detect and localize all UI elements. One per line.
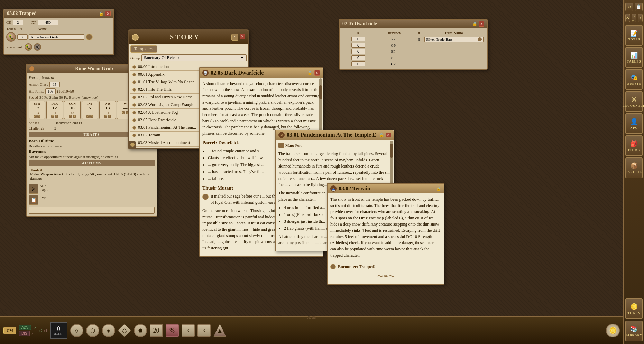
sidebar-items[interactable]: 🎒 ITEMS xyxy=(625,135,643,156)
creature-panel: 03.02 Trapped 🔒 ✕ CR 2 XP 450 Token # Na… xyxy=(3,9,114,55)
dice-d6[interactable]: ⬡ xyxy=(86,324,99,337)
speed-label: Speed xyxy=(29,95,38,99)
actions-title: ACTIONS xyxy=(29,160,155,166)
gp-input[interactable] xyxy=(351,43,365,48)
group-label: Group xyxy=(130,56,140,60)
token-label: Token xyxy=(6,27,16,31)
story-icon xyxy=(132,34,139,41)
pandemonium-close[interactable]: ✕ xyxy=(386,133,391,137)
dice-d20[interactable]: 20 xyxy=(150,324,163,337)
gear-btn[interactable]: ⚙ xyxy=(625,3,633,11)
map-tag: Map: Fort xyxy=(278,143,391,149)
placement-icon-2[interactable]: ⚔ xyxy=(34,43,41,51)
encounter-dot xyxy=(330,264,336,269)
pandemonium-scrollbar-thumb xyxy=(390,144,393,158)
dwarfcicle-title: 02.05 Dwarfcicle xyxy=(342,21,377,27)
ep-input[interactable] xyxy=(351,49,365,54)
parcels-label: PARCELS xyxy=(626,170,642,174)
resize-btn[interactable]: ↕ xyxy=(638,14,643,22)
dice-d3[interactable]: 3 xyxy=(197,324,211,337)
close-button[interactable]: ✕ xyxy=(105,11,111,16)
sidebar-tables[interactable]: 📊 TABLES xyxy=(625,47,643,68)
dice-d4[interactable]: ◇ xyxy=(70,324,83,337)
stat-con: CON 16 +3 CS xyxy=(64,101,81,119)
sidebar-library[interactable]: 📚 LIBRARY xyxy=(625,321,643,341)
pp-label: PP xyxy=(375,36,412,42)
tables-icon: 📊 xyxy=(630,51,638,59)
corner-bl xyxy=(129,141,136,148)
pp-input[interactable] xyxy=(351,37,365,41)
story-close-btn[interactable]: ✕ xyxy=(240,34,245,39)
sidebar-npc[interactable]: 👤 NPC xyxy=(625,113,643,134)
npc-icon: 👤 xyxy=(630,118,638,125)
cr-value[interactable]: 2 xyxy=(13,20,23,25)
story-header: STORY ? ✕ xyxy=(129,30,248,44)
hash-label: # xyxy=(20,27,22,31)
sidebar-notes[interactable]: 📝 NOTES xyxy=(625,25,643,46)
dice-triangle[interactable]: ▲ xyxy=(213,324,227,337)
dice-d8[interactable]: ◈ xyxy=(102,324,115,337)
dwarf-lock: 🔒 xyxy=(472,22,477,26)
token-num[interactable]: 2 xyxy=(17,34,28,40)
dwarfcicle-scrollbar-thumb xyxy=(319,85,322,99)
dice-pct[interactable]: % xyxy=(166,324,179,337)
dice-d10[interactable]: ◇ xyxy=(118,324,131,337)
creature-icon-btn-1[interactable]: ⚔ xyxy=(29,184,38,194)
action-tendril: Tendril Melee Weapon Attack: +5 to hit, … xyxy=(29,167,155,181)
dis-button[interactable]: DIS xyxy=(19,331,30,336)
challenge-value: 2 xyxy=(54,126,56,130)
stat-dex: DEX 12 +1 CS xyxy=(46,101,63,119)
placement-icon-1[interactable]: 🐛 xyxy=(25,43,32,51)
sidebar-token[interactable]: 🪙 TOKEN xyxy=(625,298,643,319)
parcels-icon: 📦 xyxy=(630,162,638,170)
bottom-token: 🪙 xyxy=(606,324,620,337)
terrain-icon: 🗻 xyxy=(330,185,337,192)
hp-value[interactable]: 105 xyxy=(45,88,56,94)
challenge-label: Challenge xyxy=(29,126,53,130)
creature-icon-btn-2[interactable]: 📋 xyxy=(29,195,38,205)
cp-input[interactable] xyxy=(351,61,365,66)
templates-button[interactable]: Templates xyxy=(130,45,157,53)
creature-action-buttons-2: 📋 Cop... xyxy=(29,195,155,205)
currency-section: # Currency PP GP EP xyxy=(342,30,412,67)
ac-value[interactable]: 15 xyxy=(49,82,60,87)
currency-table: # Currency PP GP EP xyxy=(342,30,412,67)
group-dropdown[interactable]: Sanctuary Of Belches ▼ xyxy=(141,54,247,61)
cr-label: CR xyxy=(6,20,11,25)
dice-custom[interactable]: 3 xyxy=(182,324,195,337)
item-name-field[interactable]: Silver Trade Bars xyxy=(424,37,484,42)
speed-value: 30 Ft, Swim 30 Ft, Burrow (snow, ice) xyxy=(39,95,98,99)
item-name-text: Silver Trade Bars xyxy=(426,37,453,41)
item-btn[interactable] xyxy=(478,37,482,41)
sidebar-encounter[interactable]: ⚔ ENCOUNTER xyxy=(625,91,643,112)
dice-d12[interactable]: ⬟ xyxy=(134,324,147,337)
dark-dwarfcicle-header: 💀 02.05 Dark Dwarfcicle 🔒 ✕ xyxy=(200,68,323,78)
plusminus-btn[interactable]: +/− xyxy=(632,14,636,22)
xp-value[interactable]: 450 xyxy=(38,20,58,25)
adv-button[interactable]: ADV xyxy=(19,325,31,330)
eye-btn[interactable]: 👁 xyxy=(625,14,630,22)
placement-label: Placement: xyxy=(6,45,23,49)
group-value: Sanctuary Of Belches xyxy=(144,55,180,60)
dark-dwarfcicle-close[interactable]: ✕ xyxy=(314,70,320,76)
story-help-btn[interactable]: ? xyxy=(231,34,238,41)
settings-btn[interactable]: 📋 xyxy=(635,3,643,11)
token-name[interactable]: Rime Worm Grub xyxy=(29,34,84,40)
decorative-divider: 〜❧〜 xyxy=(330,272,441,281)
creature-text-field[interactable] xyxy=(29,207,155,214)
encounter-row: Encounter: Trapped! xyxy=(330,261,441,270)
library-icon: 📚 xyxy=(630,325,638,333)
creature-action-label-1: SE r...Cop... xyxy=(40,184,155,194)
sidebar-parcels[interactable]: 📦 PARCELS xyxy=(625,157,643,178)
gm-badge: GM xyxy=(3,327,16,334)
thusir-icon xyxy=(202,194,209,200)
modifier-value: 0 xyxy=(57,325,60,333)
sidebar-quests[interactable]: 🎭 QUESTS xyxy=(625,69,643,90)
encounter-label: Encounter: Trapped! xyxy=(338,264,376,270)
ac-label: Armor Class xyxy=(29,82,48,86)
senses-value: Darkvision 200 Ft xyxy=(54,121,82,125)
sp-input[interactable] xyxy=(351,55,365,60)
token-action-btn[interactable] xyxy=(86,34,93,40)
dwarf-close[interactable]: ✕ xyxy=(479,21,484,27)
stat-str: STR 17 +3 CS xyxy=(29,101,45,119)
